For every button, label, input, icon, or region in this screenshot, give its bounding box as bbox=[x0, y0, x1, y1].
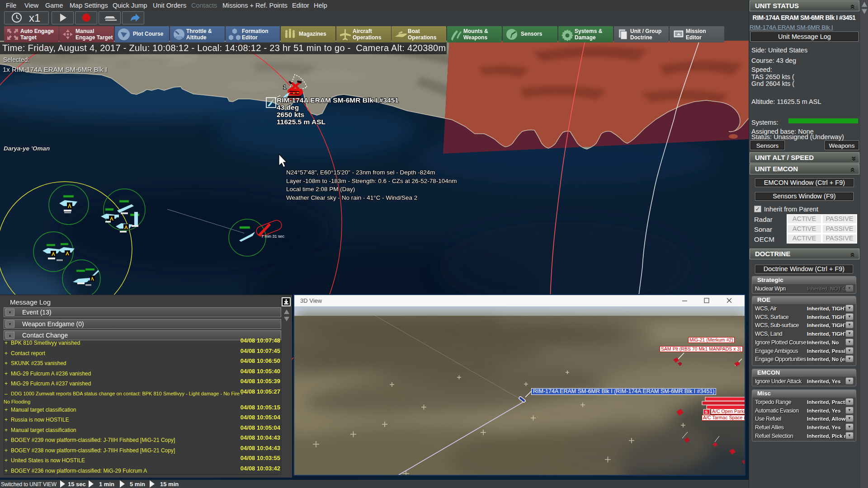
svg-text:7 min 31 sec: 7 min 31 sec bbox=[261, 234, 285, 239]
svg-text:2650 kts: 2650 kts bbox=[277, 111, 304, 118]
svg-text:Weather Clear sky - No rain -: Weather Clear sky - No rain - 41°C - Win… bbox=[286, 194, 417, 201]
svg-text:11625.5 m ASL: 11625.5 m ASL bbox=[277, 118, 326, 126]
svg-text:x1: x1 bbox=[29, 12, 40, 24]
svg-text:N24°57'48", E60°15'20" - 23nm: N24°57'48", E60°15'20" - 23nm from sel -… bbox=[286, 169, 435, 176]
svg-text:S: S bbox=[705, 409, 708, 414]
svg-text:1: 1 bbox=[283, 84, 287, 90]
svg-text:Layer -108m to -183m - Strengt: Layer -108m to -183m - Strength: 0.6 - C… bbox=[286, 178, 457, 184]
svg-text:RIM-174A ERAM SM-6MR Blk I #34: RIM-174A ERAM SM-6MR Blk I #3451 bbox=[277, 96, 399, 104]
svg-text:Darya-ye 'Oman: Darya-ye 'Oman bbox=[4, 145, 50, 152]
svg-text:Local time 2:08 PM (Day): Local time 2:08 PM (Day) bbox=[286, 186, 355, 192]
svg-text:43 deg: 43 deg bbox=[277, 103, 299, 111]
